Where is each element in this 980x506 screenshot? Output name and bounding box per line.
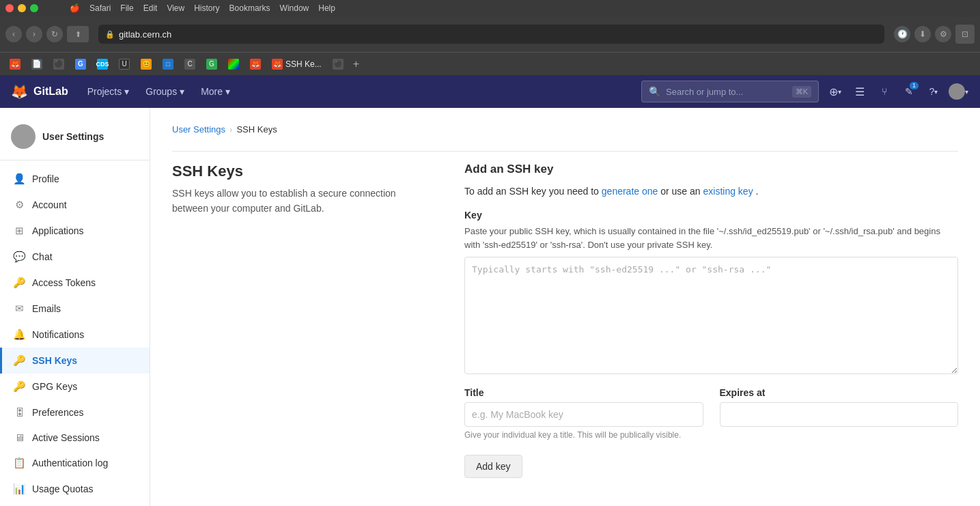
gitlab-navbar: 🦊 GitLab Projects ▾ Groups ▾ More ▾ 🔍 Se…	[0, 75, 980, 108]
sidebar-item-usage-quotas[interactable]: 📊 Usage Quotas	[0, 476, 150, 502]
help-btn[interactable]: ? ▾	[923, 81, 944, 102]
sidebar-toggle-btn[interactable]: ☰	[849, 81, 871, 102]
bookmark-gitlab2[interactable]: 🦊	[246, 57, 265, 71]
mac-minimize-dot[interactable]	[18, 4, 26, 12]
add-bookmark-icon[interactable]: +	[353, 58, 359, 70]
menu-help[interactable]: Help	[318, 3, 335, 13]
bookmark-github[interactable]: ⚫	[49, 57, 68, 71]
key-label: Key	[464, 210, 958, 221]
search-placeholder: Search or jump to...	[666, 87, 743, 97]
sidebar-item-active-sessions[interactable]: 🖥 Active Sessions	[0, 425, 150, 450]
ssh-keys-icon: 🔑	[13, 354, 25, 367]
url-text: gitlab.cern.ch	[119, 29, 171, 40]
bookmark-c[interactable]: C	[180, 57, 199, 71]
title-group: Title Give your individual key a title. …	[464, 387, 703, 441]
bookmark-fox[interactable]: 🦊	[5, 57, 25, 71]
sidebar-item-applications[interactable]: ⊞ Applications	[0, 218, 150, 244]
bookmark-monitor[interactable]: □	[158, 57, 178, 71]
page-title: SSH Keys	[172, 163, 432, 180]
back-button[interactable]: ‹	[5, 26, 22, 42]
page-description: SSH keys allow you to establish a secure…	[172, 186, 432, 216]
menu-safari[interactable]: Safari	[89, 3, 111, 13]
active-sessions-label: Active Sessions	[32, 432, 100, 443]
refresh-button[interactable]: ↻	[46, 26, 63, 42]
breadcrumb-parent[interactable]: User Settings	[172, 124, 225, 135]
sidebar-item-access-tokens[interactable]: 🔑 Access Tokens	[0, 270, 150, 296]
gitlab-logo[interactable]: 🦊 GitLab	[11, 83, 68, 100]
share-button[interactable]: ⬆	[67, 26, 89, 42]
sidebar-item-gpg-keys[interactable]: 🔑 GPG Keys	[0, 374, 150, 399]
left-column: SSH Keys SSH keys allow you to establish…	[172, 163, 432, 478]
projects-label: Projects	[87, 86, 122, 97]
bookmark-spectrum[interactable]	[224, 57, 243, 71]
download-button[interactable]: ⬇	[914, 26, 931, 42]
key-input[interactable]	[464, 257, 958, 374]
history-button[interactable]: 🕐	[894, 26, 910, 42]
projects-chevron: ▾	[124, 86, 129, 97]
menu-view[interactable]: View	[167, 3, 184, 13]
title-input[interactable]	[464, 402, 703, 427]
window-controls[interactable]: ⊡	[955, 25, 975, 44]
create-new-btn[interactable]: ⊕ ▾	[824, 81, 846, 102]
mac-close-dot[interactable]	[5, 4, 14, 12]
user-menu-btn[interactable]: ▾	[947, 81, 969, 102]
applications-label: Applications	[32, 225, 84, 236]
bookmark-g2[interactable]: G	[202, 57, 221, 71]
generate-one-link[interactable]: generate one	[602, 186, 658, 197]
bookmark-gitlab2-icon: 🦊	[250, 59, 261, 70]
more-chevron: ▾	[225, 86, 230, 97]
more-nav-btn[interactable]: More ▾	[193, 81, 238, 102]
add-key-button[interactable]: Add key	[464, 455, 522, 478]
sidebar-item-chat[interactable]: 💬 Chat	[0, 244, 150, 270]
sidebar-item-account[interactable]: ⚙ Account	[0, 192, 150, 218]
menu-bookmarks[interactable]: Bookmarks	[229, 3, 270, 13]
bookmark-u[interactable]: U	[115, 57, 134, 71]
mac-maximize-dot[interactable]	[30, 4, 38, 12]
usage-quotas-icon: 📊	[13, 483, 25, 495]
menu-edit[interactable]: Edit	[143, 3, 158, 13]
settings-button[interactable]: ⚙	[935, 26, 951, 42]
preferences-label: Preferences	[32, 407, 83, 418]
existing-key-link[interactable]: existing key	[703, 186, 753, 197]
bookmark-ssh-label: SSH Ke...	[285, 59, 322, 69]
merge-requests-btn[interactable]: ⑂	[873, 81, 895, 102]
projects-nav-btn[interactable]: Projects ▾	[79, 81, 138, 102]
more-label: More	[201, 86, 223, 97]
breadcrumb: User Settings › SSH Keys	[172, 124, 958, 135]
bookmark-cds[interactable]: CDS	[93, 57, 112, 71]
bookmark-doc[interactable]: 📄	[27, 57, 46, 71]
bookmark-face[interactable]: 😊	[137, 57, 156, 71]
forward-button[interactable]: ›	[26, 26, 42, 42]
menu-history[interactable]: History	[194, 3, 219, 13]
groups-chevron: ▾	[180, 86, 184, 97]
groups-nav-btn[interactable]: Groups ▾	[137, 81, 193, 102]
mac-titlebar: 🍎 Safari File Edit View History Bookmark…	[0, 0, 980, 16]
auth-log-label: Authentication log	[32, 458, 108, 468]
sidebar-icon: ☰	[855, 85, 865, 98]
menu-window[interactable]: Window	[280, 3, 309, 13]
sidebar-user-header: User Settings	[0, 113, 150, 160]
content-columns: SSH Keys SSH keys allow you to establish…	[172, 163, 958, 478]
bookmark-google[interactable]: G	[71, 57, 90, 71]
expires-input[interactable]	[720, 402, 959, 427]
menu-apple[interactable]: 🍎	[70, 3, 80, 13]
issues-btn[interactable]: ✎ 1	[898, 81, 920, 102]
help-chevron: ▾	[934, 88, 938, 96]
search-bar[interactable]: 🔍 Search or jump to... ⌘K	[641, 81, 819, 102]
mac-menu-bar: 🍎 Safari File Edit View History Bookmark…	[70, 3, 335, 13]
sidebar-item-emails[interactable]: ✉ Emails	[0, 296, 150, 322]
menu-file[interactable]: File	[120, 3, 133, 13]
sidebar-item-auth-log[interactable]: 📋 Authentication log	[0, 450, 150, 476]
bookmark-ssh-ke[interactable]: 🦊 SSH Ke...	[268, 57, 326, 71]
sidebar-avatar	[11, 124, 36, 149]
sidebar-item-preferences[interactable]: 🎛 Preferences	[0, 399, 150, 425]
sidebar-item-ssh-keys[interactable]: 🔑 SSH Keys	[0, 348, 150, 374]
profile-icon: 👤	[13, 173, 25, 185]
browser-chrome: ‹ › ↻ ⬆ 🔒 gitlab.cern.ch 🕐 ⬇ ⚙ ⊡	[0, 16, 980, 52]
sidebar-item-notifications[interactable]: 🔔 Notifications	[0, 322, 150, 348]
emails-icon: ✉	[13, 303, 25, 315]
sidebar-item-profile[interactable]: 👤 Profile	[0, 166, 150, 192]
url-bar[interactable]: 🔒 gitlab.cern.ch	[98, 25, 884, 44]
bookmark-gh2[interactable]: ⚫	[328, 57, 348, 71]
emails-label: Emails	[32, 303, 61, 314]
